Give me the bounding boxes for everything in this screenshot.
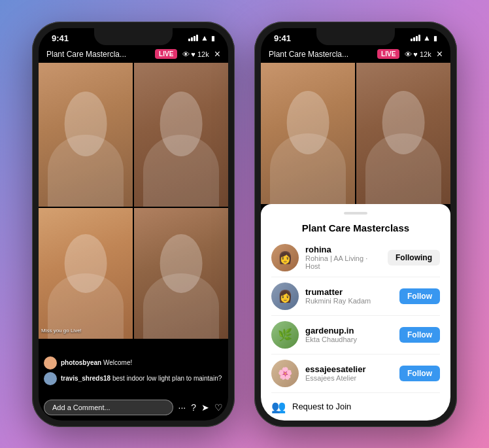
- avatar-face-rohina: 👩: [271, 244, 299, 271]
- person-1: [39, 63, 133, 207]
- more-icon[interactable]: ···: [178, 402, 186, 413]
- video-cell-2-1: [261, 63, 355, 204]
- follow-btn-rohina[interactable]: Following: [388, 250, 440, 266]
- chat-avatar-2: [44, 372, 57, 385]
- follow-btn-trumatter[interactable]: Follow: [399, 288, 440, 304]
- time-2: 9:41: [274, 33, 291, 43]
- panel-handle: [344, 212, 367, 215]
- avatar-face-trumatter: 👩: [271, 283, 299, 310]
- person-2: [134, 63, 228, 207]
- send-icon[interactable]: ➤: [201, 402, 209, 413]
- panel-title: Plant Care Masterclass: [261, 222, 450, 233]
- miss-label: Miss you go Live!: [41, 328, 82, 334]
- request-join[interactable]: 👥 Request to Join: [261, 393, 450, 421]
- request-label: Request to Join: [292, 402, 351, 411]
- video-cell-3: Miss you go Live!: [39, 208, 133, 339]
- panel-info-essajees: essajeesatelier Essajees Atelier: [305, 364, 393, 382]
- phone-1-screen: 9:41 ▲ ▮ Plant Care Mastercla... LIVE: [39, 28, 228, 421]
- panel-sub-trumatter: Rukmini Ray Kadam: [305, 297, 393, 305]
- question-icon[interactable]: ?: [191, 402, 196, 413]
- phone-1: 9:41 ▲ ▮ Plant Care Mastercla... LIVE: [32, 22, 235, 427]
- close-btn-2[interactable]: ×: [437, 48, 443, 60]
- panel-item-trumatter: 👩 trumatter Rukmini Ray Kadam Follow: [261, 277, 450, 315]
- panel-sub-gardenup: Ekta Chaudhary: [305, 336, 393, 343]
- follow-btn-essajees[interactable]: Follow: [399, 366, 440, 381]
- status-icons-1: ▲ ▮: [188, 33, 215, 43]
- avatar-essajees: 🌸: [271, 360, 299, 387]
- chat-overlay: photosbyean Welcome! travis_shreds18 bes…: [44, 356, 223, 388]
- avatar-trumatter: 👩: [271, 283, 299, 310]
- eye-icon-1: 👁: [182, 50, 190, 58]
- chat-msg-2: travis_shreds18 best indoor low light pl…: [44, 372, 223, 385]
- eye-icon-2: 👁: [405, 50, 412, 58]
- avatar-face-gardenup: 🌿: [271, 321, 299, 349]
- chat-avatar-1: [44, 356, 57, 370]
- video-cell-1: [39, 63, 133, 207]
- live-title-2: Plant Care Mastercla...: [269, 50, 372, 59]
- panel-info-gardenup: gardenup.in Ekta Chaudhary: [305, 326, 393, 343]
- person-2-1: [261, 63, 355, 204]
- close-btn-1[interactable]: ×: [214, 48, 220, 60]
- panel-name-essajees: essajeesatelier: [305, 364, 393, 374]
- notch-2: [316, 28, 395, 45]
- video-cell-2: [134, 63, 228, 207]
- panel-item-essajees: 🌸 essajeesatelier Essajees Atelier Follo…: [261, 354, 450, 392]
- panel-info-rohina: rohina Rohina | AA Living · Host: [305, 245, 381, 270]
- panel-sub-rohina: Rohina | AA Living · Host: [305, 254, 381, 270]
- panel-item-rohina: 👩 rohina Rohina | AA Living · Host Follo…: [261, 239, 450, 277]
- phones-container: 9:41 ▲ ▮ Plant Care Mastercla... LIVE: [32, 22, 457, 427]
- status-icons-2: ▲ ▮: [411, 33, 437, 43]
- chat-text-2: travis_shreds18 best indoor low light pl…: [61, 375, 222, 382]
- wifi-icon-2: ▲: [423, 33, 431, 43]
- live-header-2: Plant Care Mastercla... LIVE 👁 ♥ 12k ×: [261, 46, 450, 63]
- person-3: [39, 208, 133, 339]
- wifi-icon-1: ▲: [201, 33, 209, 43]
- live-badge-1: LIVE: [155, 49, 177, 59]
- panel-list: 👩 rohina Rohina | AA Living · Host Follo…: [261, 239, 450, 421]
- heart-icon[interactable]: ♡: [214, 402, 223, 413]
- follow-btn-gardenup[interactable]: Follow: [399, 327, 440, 343]
- panel-sheet: Plant Care Masterclass 👩 rohina Rohina |…: [261, 204, 450, 421]
- request-icon: 👥: [271, 400, 286, 414]
- notch-1: [94, 28, 173, 45]
- chat-msg-1: photosbyean Welcome!: [44, 356, 223, 370]
- comment-bar: Add a Comment... ··· ? ➤ ♡: [44, 400, 223, 415]
- panel-info-trumatter: trumatter Rukmini Ray Kadam: [305, 287, 393, 305]
- live-header-1: Plant Care Mastercla... LIVE 👁 ♥ 12k ×: [39, 46, 228, 63]
- avatar-face-essajees: 🌸: [271, 360, 299, 387]
- viewer-count-2: 👁 ♥ 12k: [405, 50, 431, 58]
- avatar-gardenup: 🌿: [271, 321, 299, 349]
- viewer-count-1: 👁 ♥ 12k: [182, 50, 209, 58]
- panel-name-trumatter: trumatter: [305, 287, 393, 297]
- phone2-content: 9:41 ▲ ▮ Plant Care Mastercla.: [261, 28, 450, 421]
- video-top-2: [261, 63, 450, 204]
- battery-icon-2: ▮: [433, 35, 437, 42]
- time-1: 9:41: [52, 33, 69, 43]
- person-4: [134, 208, 228, 339]
- phone-2-screen: 9:41 ▲ ▮ Plant Care Mastercla.: [261, 28, 450, 421]
- comment-input[interactable]: Add a Comment...: [44, 400, 173, 415]
- battery-icon-1: ▮: [211, 35, 215, 42]
- panel-name-rohina: rohina: [305, 245, 381, 254]
- person-2-2: [356, 63, 450, 204]
- video-cell-4: [134, 208, 228, 339]
- signal-icon-2: [411, 35, 420, 41]
- signal-icon-1: [188, 35, 198, 41]
- panel-item-gardenup: 🌿 gardenup.in Ekta Chaudhary Follow: [261, 316, 450, 354]
- chat-text-1: photosbyean Welcome!: [61, 359, 132, 366]
- video-cell-2-2: [356, 63, 450, 204]
- avatar-rohina: 👩: [271, 244, 299, 271]
- phone-2: 9:41 ▲ ▮ Plant Care Mastercla.: [254, 22, 457, 427]
- panel-sub-essajees: Essajees Atelier: [305, 374, 393, 382]
- live-badge-2: LIVE: [377, 49, 399, 59]
- live-title-1: Plant Care Mastercla...: [46, 50, 150, 59]
- panel-name-gardenup: gardenup.in: [305, 326, 393, 336]
- video-grid-1: Miss you go Live!: [39, 63, 228, 339]
